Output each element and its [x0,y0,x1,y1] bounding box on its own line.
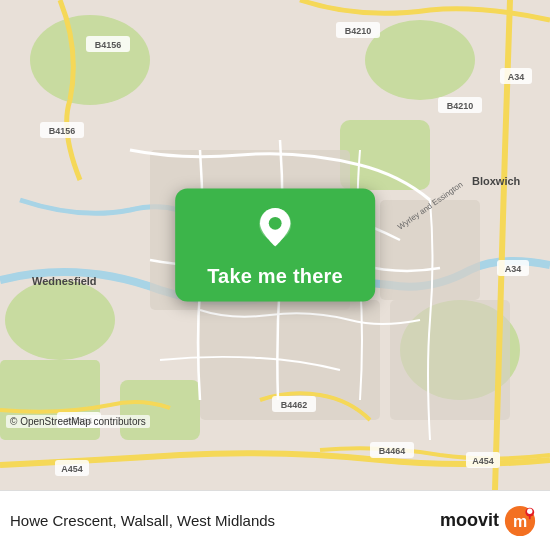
svg-text:B4156: B4156 [95,40,122,50]
svg-point-4 [5,280,115,360]
svg-text:Bloxwich: Bloxwich [472,175,521,187]
svg-text:A34: A34 [505,264,522,274]
location-label: Howe Crescent, Walsall, West Midlands [10,512,275,529]
svg-point-38 [269,217,282,230]
moovit-icon: m [504,505,536,537]
svg-text:B4156: B4156 [49,126,76,136]
svg-text:A34: A34 [508,72,525,82]
action-card: Take me there [175,189,375,302]
map-container: B4156 B4210 A34 B4156 B4210 A34 B4484 A4… [0,0,550,490]
svg-text:Wednesfield: Wednesfield [32,275,97,287]
bottom-bar: Howe Crescent, Walsall, West Midlands mo… [0,490,550,550]
svg-text:A454: A454 [61,464,83,474]
svg-rect-11 [390,300,510,420]
svg-text:B4210: B4210 [447,101,474,111]
location-pin-icon [251,207,299,255]
svg-text:A454: A454 [472,456,494,466]
svg-text:B4210: B4210 [345,26,372,36]
svg-rect-3 [340,120,430,190]
svg-text:B4462: B4462 [281,400,308,410]
take-me-there-button[interactable]: Take me there [207,265,343,288]
moovit-brand-text: moovit [440,510,499,531]
svg-rect-7 [120,380,200,440]
svg-text:B4464: B4464 [379,446,406,456]
svg-point-2 [365,20,475,100]
moovit-logo: moovit m [440,505,536,537]
green-action-card[interactable]: Take me there [175,189,375,302]
svg-point-42 [527,508,532,513]
map-attribution: © OpenStreetMap contributors [6,415,150,428]
svg-rect-10 [380,200,480,300]
svg-text:m: m [513,513,527,530]
svg-point-1 [30,15,150,105]
